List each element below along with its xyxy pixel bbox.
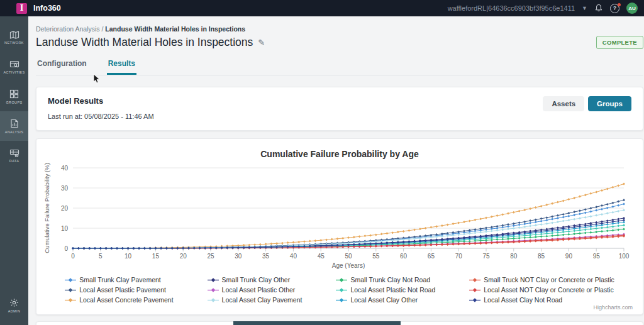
assets-button[interactable]: Assets <box>543 96 584 111</box>
svg-text:50: 50 <box>345 253 352 260</box>
legend-marker-icon <box>336 287 347 293</box>
legend-marker-icon <box>208 277 219 283</box>
sidebar-item-activities[interactable]: ACTIVITIES <box>0 52 28 82</box>
svg-text:0: 0 <box>64 245 68 252</box>
gear-icon <box>9 298 19 307</box>
breadcrumb: Deterioration Analysis / Landuse Width M… <box>36 25 643 33</box>
legend-marker-icon <box>65 277 76 283</box>
help-icon[interactable]: ? <box>610 4 619 13</box>
sidebar: NETWORK ACTIVITIES GROUPS ANALYSIS DATA … <box>0 16 28 325</box>
legend-item[interactable]: Local Asset Clay Other <box>336 296 435 304</box>
legend-item[interactable]: Local Asset Concrete Pavement <box>65 296 173 304</box>
svg-text:80: 80 <box>510 253 518 260</box>
svg-text:60: 60 <box>400 253 408 260</box>
legend-label: Local Asset Plastic Pavement <box>79 286 166 294</box>
svg-text:20: 20 <box>61 205 69 212</box>
svg-text:70: 70 <box>455 253 463 260</box>
svg-text:100: 100 <box>619 253 630 260</box>
svg-text:10: 10 <box>125 253 132 260</box>
model-results-title: Model Results <box>48 96 154 106</box>
edit-pencil-icon[interactable]: ✎ <box>258 38 265 47</box>
sidebar-item-network[interactable]: NETWORK <box>0 23 28 52</box>
legend-label: Local Asset Plastic Not Road <box>350 286 435 294</box>
legend-item[interactable]: Local Asset Plastic Other <box>208 286 303 294</box>
chart-card: Cumulative Failure Probability by Age 01… <box>36 138 643 315</box>
svg-text:95: 95 <box>593 253 601 260</box>
svg-text:85: 85 <box>538 253 545 260</box>
svg-text:15: 15 <box>152 253 160 260</box>
legend-label: Local Asset NOT Clay or Concrete or Plas… <box>484 286 613 294</box>
legend-marker-icon <box>208 287 219 293</box>
svg-text:55: 55 <box>372 253 380 260</box>
legend-item[interactable]: Small Trunk Clay Not Road <box>336 276 435 284</box>
chart-legend: Small Trunk Clay PavementSmall Trunk Cla… <box>42 276 638 304</box>
app-title: Info360 <box>33 4 61 13</box>
legend-marker-icon <box>469 287 480 293</box>
groups-button[interactable]: Groups <box>588 96 631 111</box>
tab-configuration[interactable]: Configuration <box>36 57 88 75</box>
status-badge: COMPLETE <box>596 36 643 49</box>
legend-marker-icon <box>336 297 347 303</box>
legend-marker-icon <box>469 277 480 283</box>
network-icon <box>9 31 19 39</box>
svg-text:0: 0 <box>71 253 75 260</box>
legend-label: Small Trunk Clay Other <box>222 276 291 284</box>
svg-text:Age (Years): Age (Years) <box>332 262 365 269</box>
chevron-down-icon[interactable]: ▼ <box>582 5 587 11</box>
app-logo[interactable]: I <box>16 3 27 14</box>
legend-item[interactable]: Small Trunk Clay Other <box>208 276 303 284</box>
svg-text:30: 30 <box>61 185 69 192</box>
svg-text:35: 35 <box>262 253 270 260</box>
activities-icon <box>9 60 19 69</box>
groups-icon <box>9 89 19 99</box>
legend-marker-icon <box>65 287 76 293</box>
legend-marker-icon <box>208 297 219 303</box>
account-name: wafflefordRL|64636cc6903bf3f95c6e1411 <box>448 4 575 12</box>
breadcrumb-parent[interactable]: Deterioration Analysis <box>36 25 100 33</box>
legend-label: Local Asset Clay Pavement <box>222 296 303 304</box>
notifications-bell-icon[interactable] <box>594 4 603 13</box>
legend-label: Local Asset Clay Other <box>350 296 418 304</box>
legend-item[interactable]: Local Asset Clay Pavement <box>208 296 303 304</box>
failure-probability-chart: 0102030400510152025303540455055606570758… <box>42 160 638 275</box>
last-run-text: Last run at: 05/08/2025 - 11:46 AM <box>48 113 154 120</box>
legend-item[interactable]: Local Asset NOT Clay or Concrete or Plas… <box>469 286 614 294</box>
sidebar-item-groups[interactable]: GROUPS <box>0 82 28 111</box>
legend-label: Local Asset Plastic Other <box>222 286 296 294</box>
sidebar-item-admin[interactable]: ADMIN <box>0 290 28 320</box>
svg-text:65: 65 <box>428 253 435 260</box>
legend-marker-icon <box>336 277 347 283</box>
svg-text:10: 10 <box>61 225 69 232</box>
bottom-scrollbar-thumb[interactable] <box>233 321 401 325</box>
legend-label: Small Trunk Clay Pavement <box>79 276 161 284</box>
top-bar: I Info360 wafflefordRL|64636cc6903bf3f95… <box>0 0 644 16</box>
legend-item[interactable]: Local Asset Clay Not Road <box>469 296 614 304</box>
tab-bar: Configuration Results <box>36 57 643 75</box>
breadcrumb-current: Landuse Width Material Holes in Inspecti… <box>105 25 245 33</box>
highcharts-watermark: Highcharts.com <box>42 304 638 311</box>
legend-label: Local Asset Concrete Pavement <box>79 296 173 304</box>
model-results-card: Model Results Last run at: 05/08/2025 - … <box>36 87 643 131</box>
svg-text:40: 40 <box>290 253 297 260</box>
logo-letter: I <box>20 4 24 13</box>
svg-text:45: 45 <box>318 253 325 260</box>
legend-marker-icon <box>65 297 76 303</box>
legend-item[interactable]: Small Truck NOT Clay or Concrete or Plas… <box>469 276 614 284</box>
avatar[interactable]: AU <box>626 3 638 14</box>
legend-marker-icon <box>469 297 480 303</box>
svg-text:20: 20 <box>180 253 187 260</box>
legend-item[interactable]: Local Asset Plastic Pavement <box>65 286 173 294</box>
svg-text:5: 5 <box>99 253 103 260</box>
main-content: Deterioration Analysis / Landuse Width M… <box>28 16 644 325</box>
legend-item[interactable]: Small Trunk Clay Pavement <box>65 276 173 284</box>
sidebar-item-analysis[interactable]: ANALYSIS <box>0 111 28 141</box>
analysis-icon <box>10 119 19 128</box>
legend-item[interactable]: Local Asset Plastic Not Road <box>336 286 435 294</box>
legend-label: Small Trunk Clay Not Road <box>350 276 430 284</box>
svg-text:Cumulative Failure Probability: Cumulative Failure Probability (%) <box>43 163 50 253</box>
tab-results[interactable]: Results <box>107 57 136 75</box>
svg-text:40: 40 <box>61 165 69 172</box>
chart-plot-area: 0102030400510152025303540455055606570758… <box>42 160 638 272</box>
svg-text:90: 90 <box>565 253 573 260</box>
sidebar-item-data[interactable]: DATA <box>0 141 28 170</box>
